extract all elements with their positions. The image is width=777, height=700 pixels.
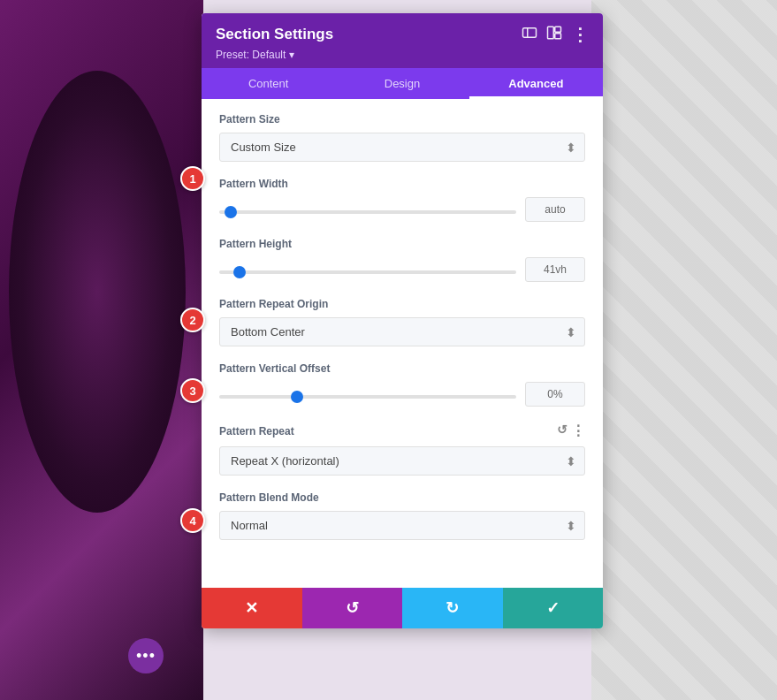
pattern-repeat-origin-select-wrapper: Bottom Center Top Left Top Center Top Ri… [219, 317, 585, 346]
save-button[interactable]: ✓ [503, 588, 604, 628]
pattern-repeat-select[interactable]: Repeat X (horizontal) Repeat Y (vertical… [219, 446, 585, 476]
tab-advanced[interactable]: Advanced [469, 68, 603, 99]
reset-icon: ↺ [346, 598, 359, 618]
pattern-blend-mode-label: Pattern Blend Mode [219, 491, 585, 504]
panel-footer: ✕ ↺ ↻ ✓ [202, 588, 603, 628]
pattern-blend-mode-select-wrapper: Normal Multiply Screen Overlay Darken Li… [219, 511, 585, 540]
pattern-height-slider-row: 41vh [219, 257, 585, 282]
layout-icon[interactable] [546, 25, 562, 44]
tab-design[interactable]: Design [335, 68, 468, 99]
pattern-vertical-offset-label: Pattern Vertical Offset [219, 362, 585, 375]
pattern-width-slider[interactable] [219, 210, 516, 214]
step-2-badge: 2 [180, 308, 205, 332]
save-icon: ✓ [546, 598, 560, 618]
pattern-size-group: Pattern Size Custom Size Cover Contain A… [219, 113, 585, 162]
reset-button[interactable]: ↺ [302, 588, 403, 628]
svg-rect-4 [555, 34, 561, 39]
pattern-repeat-label-row: Pattern Repeat ↺ ⋮ [219, 422, 585, 439]
pattern-repeat-more-icon[interactable]: ⋮ [571, 422, 585, 439]
cancel-icon: ✕ [245, 598, 258, 618]
pattern-size-label: Pattern Size [219, 113, 585, 126]
pattern-vertical-offset-slider[interactable] [219, 395, 516, 399]
background-right [591, 0, 777, 700]
cancel-button[interactable]: ✕ [202, 588, 302, 628]
pattern-repeat-select-wrapper: Repeat X (horizontal) Repeat Y (vertical… [219, 446, 585, 476]
pattern-vertical-offset-slider-container [219, 386, 516, 402]
redo-icon: ↻ [446, 598, 459, 618]
pattern-vertical-offset-group: Pattern Vertical Offset 0% [219, 362, 585, 407]
pattern-height-value: 41vh [525, 257, 585, 282]
pattern-height-group: Pattern Height 41vh [219, 238, 585, 282]
pattern-repeat-group: Pattern Repeat ↺ ⋮ Repeat X (horizontal)… [219, 422, 585, 476]
more-header-icon[interactable]: ⋮ [571, 24, 589, 45]
panel-title: Section Settings [216, 26, 333, 43]
preset-arrow: ▾ [286, 49, 293, 61]
pattern-width-value: auto [525, 197, 585, 222]
responsive-icon[interactable] [522, 25, 537, 44]
panel-tabs: Content Design Advanced [202, 68, 603, 99]
pattern-size-select[interactable]: Custom Size Cover Contain Auto [219, 133, 585, 162]
preset-label: Preset: Default [216, 49, 286, 61]
pattern-width-slider-row: auto [219, 197, 585, 222]
pattern-height-slider-container [219, 262, 516, 278]
more-icon: ••• [136, 647, 156, 666]
step-4-badge: 4 [180, 508, 205, 533]
svg-rect-3 [555, 27, 561, 32]
pattern-vertical-offset-value: 0% [525, 382, 585, 407]
svg-rect-2 [548, 27, 554, 39]
pattern-blend-mode-group: Pattern Blend Mode Normal Multiply Scree… [219, 491, 585, 540]
pattern-repeat-origin-group: Pattern Repeat Origin Bottom Center Top … [219, 298, 585, 346]
section-settings-panel: Section Settings ⋮ Preset: Default ▾ Con… [202, 13, 603, 628]
pattern-repeat-origin-select[interactable]: Bottom Center Top Left Top Center Top Ri… [219, 317, 585, 346]
pattern-repeat-icons: ↺ ⋮ [557, 422, 585, 439]
pattern-width-slider-container [219, 202, 516, 217]
background-left [0, 0, 203, 700]
tab-content[interactable]: Content [202, 68, 335, 99]
panel-header: Section Settings ⋮ Preset: Default ▾ [202, 13, 603, 68]
panel-content: Pattern Size Custom Size Cover Contain A… [202, 99, 603, 588]
pattern-blend-mode-select[interactable]: Normal Multiply Screen Overlay Darken Li… [219, 511, 585, 540]
step-1-badge: 1 [180, 166, 205, 191]
pattern-repeat-reset-icon[interactable]: ↺ [557, 422, 568, 439]
pattern-width-group: Pattern Width auto [219, 178, 585, 222]
more-options-button[interactable]: ••• [128, 638, 164, 673]
pattern-height-label: Pattern Height [219, 238, 585, 250]
pattern-vertical-offset-slider-row: 0% [219, 382, 585, 407]
pattern-repeat-origin-label: Pattern Repeat Origin [219, 298, 585, 310]
header-icons: ⋮ [522, 24, 589, 45]
preset-selector[interactable]: Preset: Default ▾ [216, 49, 589, 61]
pattern-width-label: Pattern Width [219, 178, 585, 190]
svg-rect-0 [523, 28, 537, 38]
redo-button[interactable]: ↻ [402, 588, 503, 628]
pattern-height-slider[interactable] [219, 270, 516, 274]
pattern-size-select-wrapper: Custom Size Cover Contain Auto [219, 133, 585, 162]
step-3-badge: 3 [180, 378, 205, 403]
